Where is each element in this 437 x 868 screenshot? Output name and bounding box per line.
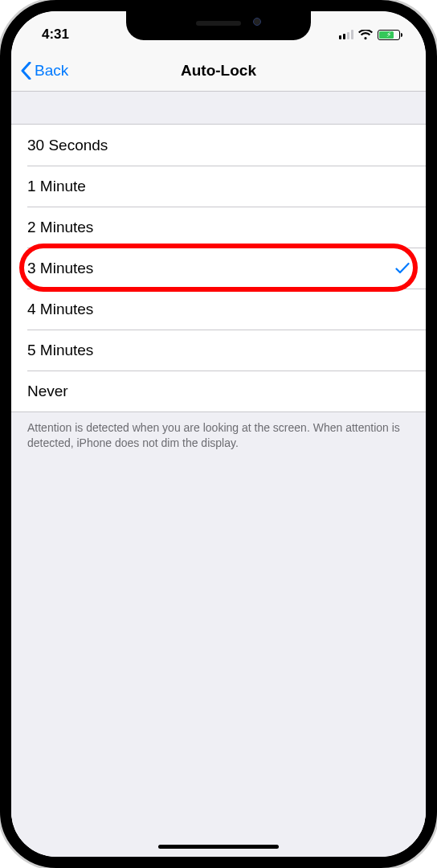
option-label: 4 Minutes — [27, 301, 93, 318]
cellular-signal-icon — [339, 30, 353, 39]
auto-lock-options-list: 30 Seconds 1 Minute 2 Minutes 3 Minutes — [11, 124, 426, 412]
option-never[interactable]: Never — [11, 371, 426, 411]
back-button[interactable]: Back — [21, 62, 68, 80]
option-30-seconds[interactable]: 30 Seconds — [11, 125, 426, 166]
home-indicator[interactable] — [158, 845, 279, 849]
page-title: Auto-Lock — [181, 62, 256, 80]
footer-note: Attention is detected when you are looki… — [11, 412, 426, 459]
notch — [126, 11, 311, 40]
option-label: 3 Minutes — [27, 260, 93, 277]
option-label: 1 Minute — [27, 178, 86, 195]
nav-bar: Back Auto-Lock — [11, 50, 426, 92]
back-label: Back — [35, 62, 68, 80]
phone-frame: 4:31 ⚡︎ — [0, 0, 437, 868]
option-2-minutes[interactable]: 2 Minutes — [11, 207, 426, 248]
option-1-minute[interactable]: 1 Minute — [11, 166, 426, 207]
option-5-minutes[interactable]: 5 Minutes — [11, 330, 426, 371]
option-label: 2 Minutes — [27, 219, 93, 236]
screen: 4:31 ⚡︎ — [11, 11, 426, 857]
chevron-left-icon — [21, 62, 31, 80]
option-label: Never — [27, 383, 68, 400]
option-label: 5 Minutes — [27, 342, 93, 359]
front-camera — [253, 18, 261, 26]
option-label: 30 Seconds — [27, 137, 108, 154]
wifi-icon — [358, 30, 373, 40]
battery-charging-icon: ⚡︎ — [378, 30, 400, 40]
content-area: 30 Seconds 1 Minute 2 Minutes 3 Minutes — [11, 92, 426, 857]
status-icons: ⚡︎ — [339, 22, 400, 40]
checkmark-icon — [395, 262, 410, 275]
option-4-minutes[interactable]: 4 Minutes — [11, 289, 426, 330]
status-time: 4:31 — [42, 18, 69, 43]
option-3-minutes[interactable]: 3 Minutes — [11, 248, 426, 289]
